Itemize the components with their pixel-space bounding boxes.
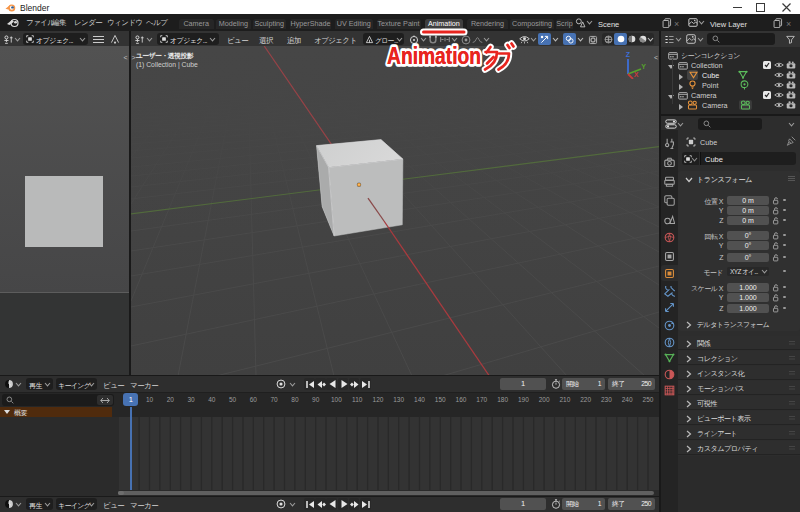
svg-text:Y: Y <box>641 63 646 70</box>
svg-text:Z: Z <box>626 51 631 58</box>
svg-text:Animation: Animation <box>387 42 481 69</box>
svg-text:X: X <box>634 71 639 78</box>
